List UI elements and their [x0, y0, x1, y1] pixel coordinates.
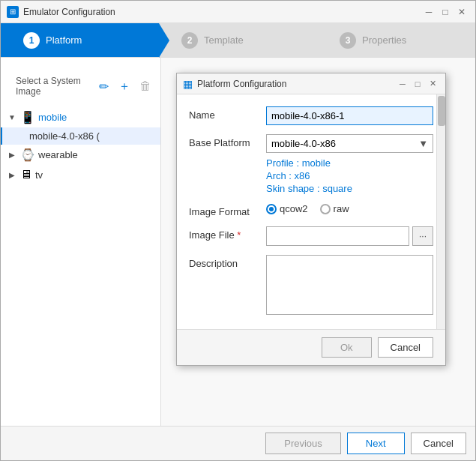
step-3-label: Properties: [362, 34, 406, 46]
base-platform-row: Base Platform mobile-4.0-x86 ▼ Profile :…: [189, 134, 433, 194]
step-1-circle: 1: [23, 32, 40, 49]
step-3-circle: 3: [340, 32, 356, 49]
platform-config-dialog: ▦ Platform Configuration ─ □ ✕: [176, 73, 446, 366]
base-platform-dropdown[interactable]: mobile-4.0-x86 ▼: [266, 134, 433, 153]
wearable-icon: ⌚: [20, 148, 35, 162]
name-input[interactable]: [266, 106, 433, 125]
dialog-title: Platform Configuration: [197, 79, 391, 89]
sidebar: Select a System Image ✏ ＋ 🗑 ▼ 📱 mobile m…: [1, 58, 161, 426]
info-profile: Profile : mobile: [266, 157, 433, 169]
sidebar-icons: ✏ ＋ 🗑: [94, 77, 154, 95]
bottom-bar: Previous Next Cancel: [1, 426, 475, 460]
name-row: Name: [189, 106, 433, 125]
name-label: Name: [189, 106, 260, 121]
radio-raw-circle: [320, 204, 331, 214]
add-button[interactable]: ＋: [115, 77, 133, 95]
radio-qcow2-dot: [269, 207, 274, 211]
description-field: [266, 255, 433, 317]
platform-info-block: Profile : mobile Arch : x86 Skin shape :…: [266, 157, 433, 194]
previous-button[interactable]: Previous: [265, 433, 341, 454]
content-area: Select a System Image ✏ ＋ 🗑 ▼ 📱 mobile m…: [1, 58, 475, 426]
edit-button[interactable]: ✏: [94, 77, 112, 95]
expand-tv-icon: ▶: [7, 169, 17, 180]
dropdown-arrow-icon: ▼: [418, 138, 428, 149]
main-cancel-button[interactable]: Cancel: [411, 433, 466, 454]
name-field: [266, 106, 433, 125]
image-file-label: Image File: [189, 226, 260, 241]
dialog-body: Name Base Platform mobile-4.0-x86 ▼: [177, 94, 445, 329]
description-row: Description: [189, 255, 433, 317]
main-content: ▦ Platform Configuration ─ □ ✕: [161, 58, 475, 426]
radio-qcow2-label: qcow2: [280, 203, 308, 214]
dialog-title-icon: ▦: [183, 78, 193, 90]
mobile-child-label: mobile-4.0-x86 (: [29, 130, 100, 142]
close-button[interactable]: ✕: [454, 4, 469, 19]
next-button[interactable]: Next: [347, 433, 405, 454]
step-platform[interactable]: 1 Platform: [1, 23, 159, 57]
cancel-dialog-button[interactable]: Cancel: [378, 337, 433, 358]
tv-label: tv: [35, 169, 43, 181]
app-icon: ⊞: [7, 6, 19, 18]
image-file-field: ···: [266, 226, 433, 246]
info-arch: Arch : x86: [266, 170, 433, 181]
file-input-row: ···: [266, 226, 433, 246]
expand-mobile-icon: ▼: [7, 112, 17, 123]
sidebar-item-mobile-child[interactable]: mobile-4.0-x86 (: [1, 127, 160, 145]
step-properties[interactable]: 3 Properties: [317, 23, 475, 57]
expand-wearable-icon: ▶: [7, 150, 17, 160]
sidebar-top: Select a System Image ✏ ＋ 🗑: [1, 65, 160, 107]
wearable-label: wearable: [38, 149, 78, 160]
window-title: Emulator Configuration: [23, 7, 417, 17]
dialog-titlebar: ▦ Platform Configuration ─ □ ✕: [177, 73, 445, 94]
base-platform-value: mobile-4.0-x86: [271, 138, 336, 149]
mobile-label: mobile: [38, 112, 67, 123]
step-2-label: Template: [204, 34, 244, 46]
main-window: ⊞ Emulator Configuration ─ □ ✕ 1 Platfor…: [0, 0, 476, 461]
dialog-controls: ─ □ ✕: [396, 77, 439, 91]
image-file-input[interactable]: [266, 226, 409, 246]
dialog-maximize-button[interactable]: □: [411, 77, 424, 91]
mobile-icon: 📱: [20, 110, 35, 124]
image-format-label: Image Format: [189, 203, 260, 217]
radio-qcow2-circle: [266, 204, 277, 214]
maximize-button[interactable]: □: [438, 4, 453, 19]
sidebar-header: Select a System Image: [7, 70, 94, 103]
sidebar-item-wearable[interactable]: ▶ ⌚ wearable: [1, 145, 160, 165]
description-input[interactable]: [266, 255, 433, 315]
dialog-scrollbar[interactable]: [436, 94, 445, 329]
wizard-steps: 1 Platform 2 Template 3 Properties: [1, 23, 475, 58]
image-file-row: Image File ···: [189, 226, 433, 246]
ok-button[interactable]: Ok: [322, 337, 372, 358]
base-platform-field: mobile-4.0-x86 ▼ Profile : mobile Arch :…: [266, 134, 433, 194]
delete-button[interactable]: 🗑: [136, 77, 154, 95]
dialog-minimize-button[interactable]: ─: [396, 77, 409, 91]
image-format-row: Image Format qcow2 raw: [189, 203, 433, 217]
radio-qcow2[interactable]: qcow2: [266, 203, 308, 214]
step-2-circle: 2: [181, 32, 198, 49]
title-bar: ⊞ Emulator Configuration ─ □ ✕: [1, 1, 475, 23]
sidebar-item-mobile-parent[interactable]: ▼ 📱 mobile: [1, 107, 160, 127]
step-1-label: Platform: [46, 34, 82, 46]
window-controls: ─ □ ✕: [421, 4, 469, 19]
info-skin-shape: Skin shape : square: [266, 183, 433, 194]
radio-raw-label: raw: [334, 203, 349, 214]
sidebar-item-tv[interactable]: ▶ 🖥 tv: [1, 165, 160, 184]
base-platform-label: Base Platform: [189, 134, 260, 148]
minimize-button[interactable]: ─: [421, 4, 436, 19]
step-template[interactable]: 2 Template: [159, 23, 317, 57]
dialog-close-button[interactable]: ✕: [426, 77, 439, 91]
tv-icon: 🖥: [20, 168, 32, 181]
image-format-field: qcow2 raw: [266, 203, 433, 214]
description-label: Description: [189, 255, 260, 269]
dialog-footer: Ok Cancel: [177, 329, 445, 365]
browse-button[interactable]: ···: [412, 226, 433, 246]
radio-raw[interactable]: raw: [320, 203, 349, 214]
dialog-scrollbar-thumb[interactable]: [438, 96, 445, 126]
